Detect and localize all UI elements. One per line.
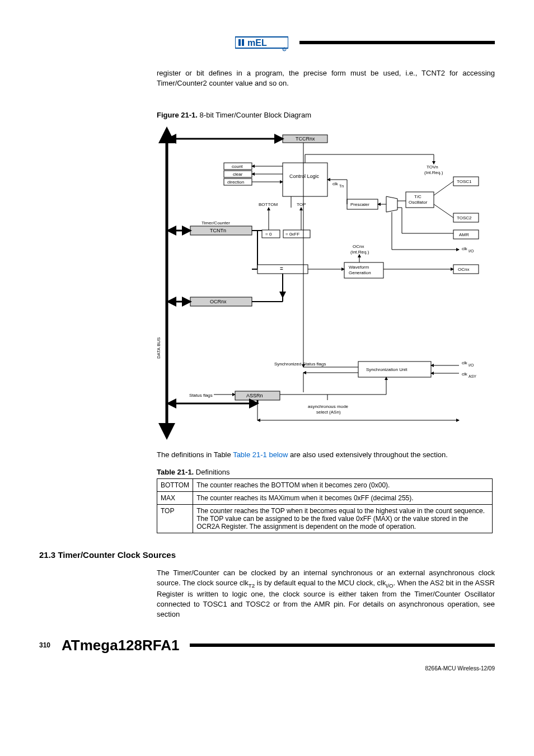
svg-text:clk: clk	[462, 246, 468, 251]
svg-text:TOSC2: TOSC2	[457, 215, 472, 220]
table-def: The counter reaches its MAXimum when it …	[193, 491, 493, 504]
svg-text:OCRnx: OCRnx	[210, 299, 227, 304]
svg-text:= 0: = 0	[265, 232, 272, 237]
svg-text:Oscillator: Oscillator	[409, 200, 428, 205]
table-row: MAX The counter reaches its MAXimum when…	[157, 491, 493, 504]
svg-text:Prescaler: Prescaler	[350, 202, 369, 207]
svg-text:TOP: TOP	[297, 202, 306, 207]
svg-rect-17	[283, 163, 327, 196]
after-figure-para: The definitions in Table Table 21-1 belo…	[157, 450, 495, 460]
svg-text:OCnx: OCnx	[458, 267, 469, 272]
doc-title: ATmega128RFA1	[62, 637, 180, 654]
svg-text:DATA BUS: DATA BUS	[157, 337, 161, 359]
table-def: The counter reaches the TOP when it beco…	[193, 504, 493, 533]
table-caption: Table 21-1. Definitions	[157, 468, 495, 476]
definitions-table: BOTTOM The counter reaches the BOTTOM wh…	[157, 478, 493, 533]
svg-text:ASSRn: ASSRn	[246, 393, 263, 398]
page-footer: 310 ATmega128RFA1	[39, 637, 495, 654]
page-number: 310	[39, 641, 62, 649]
svg-text:Generation: Generation	[349, 270, 371, 275]
table-def: The counter reaches the BOTTOM when it b…	[193, 478, 493, 491]
figure-caption-label: Figure 21-1.	[157, 111, 198, 119]
svg-text:(Int.Req.): (Int.Req.)	[350, 250, 369, 255]
svg-text:I/O: I/O	[469, 363, 474, 367]
svg-text:T/C: T/C	[414, 194, 421, 199]
svg-text:mEL: mEL	[247, 38, 267, 48]
svg-text:Waveform: Waveform	[349, 265, 369, 270]
svg-text:select (ASn): select (ASn)	[316, 410, 341, 415]
section-heading: 21.3 Timer/Counter Clock Sources	[39, 550, 495, 560]
svg-text:Control Logic: Control Logic	[289, 173, 320, 179]
svg-text:direction: direction	[227, 180, 244, 185]
table-term: MAX	[157, 491, 193, 504]
table-row: TOP The counter reaches the TOP when it …	[157, 504, 493, 533]
svg-text:TOVn: TOVn	[427, 165, 438, 170]
table-caption-label: Table 21-1.	[157, 468, 194, 476]
svg-rect-2	[242, 39, 244, 46]
svg-text:clk: clk	[332, 181, 339, 186]
page-header: mEL R	[235, 34, 495, 51]
section-para: The Timer/Counter can be clocked by an i…	[157, 568, 495, 620]
header-rule	[299, 41, 495, 44]
svg-text:Status flags: Status flags	[189, 393, 213, 398]
svg-text:TCNTn: TCNTn	[210, 228, 226, 233]
svg-text:I/O: I/O	[469, 249, 474, 253]
footer-rule	[190, 644, 495, 647]
doc-id: 8266A-MCU Wireless-12/09	[39, 665, 495, 672]
table-ref-link[interactable]: Table 21-1 below	[233, 450, 288, 459]
table-term: BOTTOM	[157, 478, 193, 491]
block-diagram: DATA BUS TCCRnx count clear direction Co…	[157, 124, 493, 443]
svg-text:R: R	[283, 48, 285, 51]
svg-text:Tn: Tn	[339, 184, 344, 188]
figure-caption: Figure 21-1. 8-bit Timer/Counter Block D…	[157, 111, 495, 119]
svg-rect-1	[238, 39, 241, 46]
svg-text:count: count	[232, 164, 243, 169]
svg-text:TCCRnx: TCCRnx	[296, 136, 315, 142]
svg-text:clk: clk	[462, 372, 468, 377]
svg-text:clear: clear	[233, 172, 243, 177]
table-caption-text: Definitions	[196, 468, 230, 476]
intro-paragraph: register or bit defines in a program, th…	[157, 68, 495, 88]
figure-caption-text: 8-bit Timer/Counter Block Diagram	[200, 111, 311, 119]
svg-text:Timer/Counter: Timer/Counter	[202, 220, 230, 226]
svg-text:(Int.Req.): (Int.Req.)	[424, 170, 443, 175]
svg-line-49	[434, 204, 453, 218]
svg-text:ASY: ASY	[469, 374, 476, 378]
svg-text:Synchronization Unit: Synchronization Unit	[366, 367, 407, 372]
table-row: BOTTOM The counter reaches the BOTTOM wh…	[157, 478, 493, 491]
svg-text:= 0xFF: = 0xFF	[285, 232, 299, 237]
svg-text:=: =	[280, 266, 283, 272]
svg-line-48	[434, 181, 453, 195]
svg-text:TOSC1: TOSC1	[457, 179, 472, 184]
table-term: TOP	[157, 504, 193, 533]
svg-text:OCnx: OCnx	[353, 244, 364, 249]
svg-text:asynchronous mode: asynchronous mode	[308, 404, 349, 409]
svg-text:AMR: AMR	[459, 232, 469, 237]
svg-text:BOTTOM: BOTTOM	[259, 202, 278, 207]
atmel-logo-icon: mEL R	[235, 34, 288, 51]
svg-text:clk: clk	[462, 360, 468, 365]
svg-text:Synchronized Status flags: Synchronized Status flags	[274, 361, 326, 367]
